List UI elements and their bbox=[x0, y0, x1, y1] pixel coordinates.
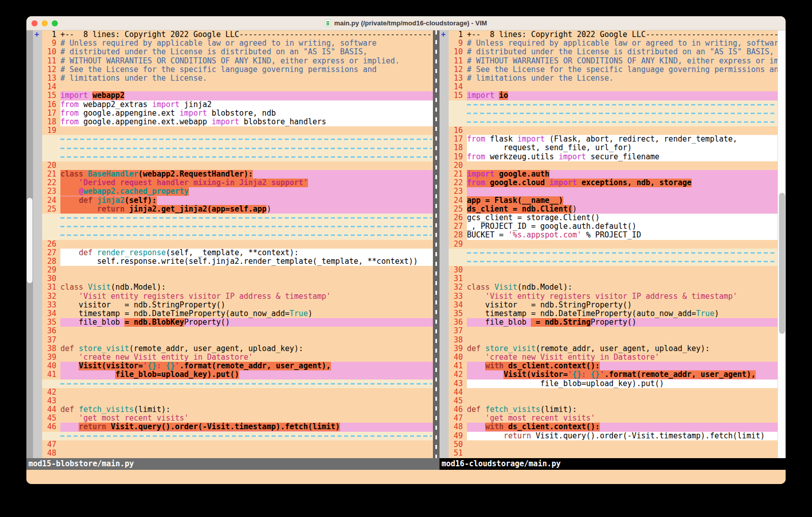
line-text: file_blob = ndb.BlobKeyProperty() bbox=[60, 318, 433, 327]
line-text: self.response.write(self.jinja2.render_t… bbox=[60, 257, 433, 266]
right-pane[interactable]: + 1+-- 8 lines: Copyright 2022 Google LL… bbox=[439, 30, 777, 458]
code-line: 17from flask import (Flask, abort, redir… bbox=[449, 135, 777, 144]
code-line: 35 timestamp = ndb.DateTimeProperty(auto… bbox=[449, 309, 777, 318]
line-number: 25 bbox=[42, 205, 60, 214]
line-number: 33 bbox=[449, 292, 467, 301]
titlebar[interactable]: main.py (/private/tmp/mod16-cloudstorage… bbox=[26, 16, 786, 30]
code-line: 10# distributed under the License is dis… bbox=[449, 48, 777, 56]
code-line: 12# See the License for the specific lan… bbox=[449, 65, 777, 74]
line-number: 9 bbox=[42, 39, 60, 48]
diff-filler-line bbox=[42, 222, 433, 231]
code-line: 23 bbox=[449, 187, 777, 196]
line-number: 39 bbox=[449, 344, 467, 353]
code-line: 41 with ds_client.context(): bbox=[449, 362, 777, 370]
code-line: 41 file_blob=upload_key).put() bbox=[42, 370, 433, 379]
code-line: 26gcs_client = storage.Client() bbox=[449, 214, 777, 222]
code-line: 32 'Visit entity registers visitor IP ad… bbox=[42, 292, 433, 301]
line-text bbox=[467, 336, 777, 344]
code-line: 40 Visit(visitor='{}: {}'.format(remote_… bbox=[42, 362, 433, 370]
diff-filler-line bbox=[449, 109, 777, 118]
line-number: 50 bbox=[449, 440, 467, 449]
line-number: 39 bbox=[42, 353, 60, 362]
diff-filler-line bbox=[42, 231, 433, 239]
filler-dashes bbox=[60, 153, 433, 161]
line-text: def fetch_visits(limit): bbox=[467, 405, 777, 414]
line-number: 37 bbox=[449, 327, 467, 335]
line-text: class Visit(ndb.Model): bbox=[467, 283, 777, 292]
line-number: 45 bbox=[449, 397, 467, 405]
right-scrollbar-thumb[interactable] bbox=[779, 193, 785, 334]
fold-line[interactable]: 1+-- 8 lines: Copyright 2022 Google LLC-… bbox=[449, 30, 777, 39]
line-number: 29 bbox=[449, 240, 467, 249]
zoom-button[interactable] bbox=[52, 20, 58, 26]
code-line: 47 'get most recent visits' bbox=[449, 414, 777, 423]
filler-dashes bbox=[60, 144, 433, 152]
line-number: 19 bbox=[42, 126, 60, 135]
line-text: def store_visit(remote_addr, user_agent,… bbox=[467, 344, 777, 353]
code-line: 25ds_client = ndb.Client() bbox=[449, 205, 777, 214]
line-text bbox=[467, 397, 777, 405]
code-line: 33 visitor = ndb.StringProperty() bbox=[42, 301, 433, 309]
line-number: 42 bbox=[42, 388, 60, 397]
code-line: 21class BaseHandler(webapp2.RequestHandl… bbox=[42, 170, 433, 179]
close-button[interactable] bbox=[31, 20, 38, 26]
code-line: 22 'Derived request handler mixing-in Ji… bbox=[42, 179, 433, 187]
code-line: 49 return Visit.query().order(-Visit.tim… bbox=[449, 432, 777, 440]
code-line: 17from google.appengine.ext import blobs… bbox=[42, 109, 433, 118]
filler-dashes bbox=[467, 249, 777, 257]
line-number: 45 bbox=[42, 414, 60, 423]
file-icon bbox=[325, 19, 331, 27]
line-number: 30 bbox=[449, 266, 467, 274]
line-number: 18 bbox=[449, 144, 467, 152]
left-scrollbar-thumb[interactable] bbox=[27, 198, 32, 283]
line-text: +-- 8 lines: Copyright 2022 Google LLC--… bbox=[467, 30, 777, 39]
line-number: 21 bbox=[42, 170, 60, 179]
fold-line[interactable]: 1+-- 8 lines: Copyright 2022 Google LLC-… bbox=[42, 30, 433, 39]
right-scrollbar[interactable] bbox=[777, 30, 786, 458]
minimize-button[interactable] bbox=[42, 20, 48, 26]
code-line: 44def fetch_visits(limit): bbox=[42, 405, 433, 414]
code-line: 19 bbox=[42, 126, 433, 135]
line-text: from flask import (Flask, abort, redirec… bbox=[467, 135, 777, 144]
line-text: request, send_file, url_for) bbox=[467, 144, 777, 152]
line-text bbox=[60, 336, 433, 344]
diff-filler-line bbox=[42, 380, 433, 388]
line-number: 35 bbox=[42, 318, 60, 327]
code-line: 25 return jinja2.get_jinja2(app=self.app… bbox=[42, 205, 433, 214]
line-text bbox=[60, 161, 433, 170]
line-text bbox=[60, 449, 433, 458]
line-number: 10 bbox=[449, 48, 467, 56]
line-number: 13 bbox=[449, 74, 467, 83]
filler-dashes bbox=[60, 231, 433, 239]
line-text: Visit(visitor='{}: {}'.format(remote_add… bbox=[60, 362, 433, 370]
line-text bbox=[60, 83, 433, 91]
line-text bbox=[467, 240, 777, 249]
code-line: 42 bbox=[42, 388, 433, 397]
left-pane[interactable]: + 1+-- 8 lines: Copyright 2022 Google LL… bbox=[33, 30, 433, 458]
code-line: 43 file_blob=upload_key).put() bbox=[449, 380, 777, 388]
fold-plus-icon[interactable]: + bbox=[441, 30, 446, 39]
line-number: 31 bbox=[42, 283, 60, 292]
line-number: 25 bbox=[449, 205, 467, 214]
line-number: 41 bbox=[42, 370, 60, 379]
line-number: 47 bbox=[449, 414, 467, 423]
window-title: main.py (/private/tmp/mod16-cloudstorage… bbox=[334, 19, 487, 27]
code-line: 44 bbox=[449, 388, 777, 397]
code-line: 14 bbox=[42, 83, 433, 91]
command-line[interactable] bbox=[26, 470, 786, 484]
line-text: return Visit.query().order(-Visit.timest… bbox=[467, 432, 777, 440]
line-text bbox=[60, 274, 433, 283]
line-number: 16 bbox=[449, 126, 467, 135]
split-separator[interactable] bbox=[433, 30, 439, 458]
code-line: 33 'Visit entity registers visitor IP ad… bbox=[449, 292, 777, 301]
line-text: import io bbox=[467, 91, 777, 100]
line-text: gcs_client = storage.Client() bbox=[467, 214, 777, 222]
line-text bbox=[467, 161, 777, 170]
line-number: 1 bbox=[449, 30, 467, 39]
line-number bbox=[449, 109, 467, 118]
line-text: # See the License for the specific langu… bbox=[467, 65, 777, 74]
line-text: def fetch_visits(limit): bbox=[60, 405, 433, 414]
fold-plus-icon[interactable]: + bbox=[35, 30, 39, 39]
line-number: 28 bbox=[449, 231, 467, 239]
left-scrollbar[interactable] bbox=[26, 30, 33, 458]
